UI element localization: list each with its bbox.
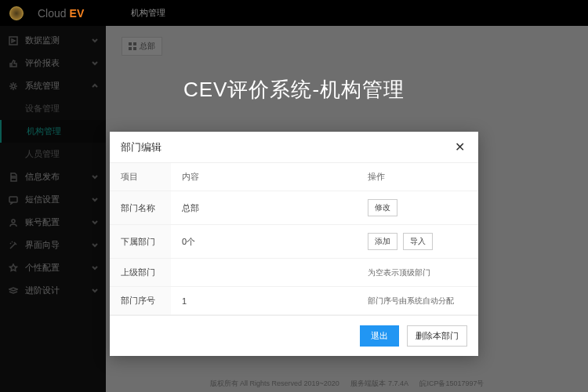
banner-title: CEV评价系统-机构管理 <box>183 76 405 103</box>
close-icon[interactable]: ✕ <box>452 140 467 154</box>
header-action: 操作 <box>357 163 478 191</box>
row-value: 0个 <box>171 225 357 259</box>
topbar: Cloud EV 机构管理 <box>0 0 588 26</box>
add-button[interactable]: 添加 <box>368 233 397 250</box>
row-label: 下属部门 <box>110 225 171 259</box>
brand-ev: EV <box>70 7 85 20</box>
exit-button[interactable]: 退出 <box>360 325 399 347</box>
table-header-row: 项目 内容 操作 <box>110 163 478 191</box>
dept-edit-modal: 部门编辑 ✕ 项目 内容 操作 部门名称 总部 修改 下属部门 0个 <box>110 132 478 356</box>
row-note: 部门序号由系统自动分配 <box>368 296 454 305</box>
modal-footer: 退出 删除本部门 <box>110 315 478 356</box>
table-row: 部门序号 1 部门序号由系统自动分配 <box>110 287 478 315</box>
dept-table: 项目 内容 操作 部门名称 总部 修改 下属部门 0个 添加 导入 <box>110 163 478 315</box>
row-value <box>171 259 357 287</box>
row-label: 部门名称 <box>110 191 171 225</box>
modal-title: 部门编辑 <box>121 140 162 154</box>
header-item: 项目 <box>110 163 171 191</box>
edit-button[interactable]: 修改 <box>368 199 397 216</box>
row-note: 为空表示顶级部门 <box>368 268 430 277</box>
import-button[interactable]: 导入 <box>403 233 433 250</box>
table-row: 部门名称 总部 修改 <box>110 191 478 225</box>
page-title: 机构管理 <box>131 7 165 19</box>
row-value: 总部 <box>171 191 357 225</box>
row-label: 上级部门 <box>110 259 171 287</box>
table-row: 下属部门 0个 添加 导入 <box>110 225 478 259</box>
delete-button[interactable]: 删除本部门 <box>407 325 467 347</box>
logo-icon <box>9 6 24 20</box>
modal-header: 部门编辑 ✕ <box>110 132 478 163</box>
header-content: 内容 <box>171 163 357 191</box>
row-label: 部门序号 <box>110 287 171 315</box>
brand-cloud: Cloud <box>38 7 67 20</box>
table-row: 上级部门 为空表示顶级部门 <box>110 259 478 287</box>
row-value: 1 <box>171 287 357 315</box>
brand: Cloud EV <box>38 7 84 20</box>
